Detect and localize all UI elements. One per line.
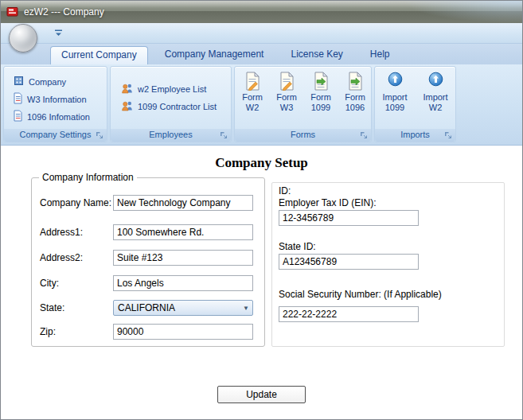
dialog-launcher-icon[interactable] [96,130,105,140]
form-1099-button[interactable]: Form 1099 [304,70,338,113]
quick-access-toolbar [1,23,522,44]
ribbon: Company W3 Information [1,64,522,146]
group-caption-company-settings: Company Settings [4,129,107,142]
button-label-line2: 1099 [385,103,404,112]
ribbon-item-label: Company [29,77,66,87]
tab-company-management[interactable]: Company Management [154,46,275,64]
button-label-line1: Form [276,92,297,102]
group-imports: Import 1099 Import W2 Imports [374,66,456,142]
button-label-line2: W2 [429,103,443,112]
group-caption-forms: Forms [235,129,371,142]
form-pencil-icon [236,70,269,92]
app-icon [6,6,19,18]
document-icon [13,92,23,106]
document-icon [13,110,23,123]
button-label-line1: Form [310,92,331,102]
qat-customize-button[interactable] [52,27,64,40]
ein-label: Employer Tax ID (EIN): [279,197,376,208]
button-label-line2: 1096 [345,103,365,112]
groupbox-legend: Company Information [39,172,137,183]
tab-current-company[interactable]: Current Company [50,46,148,64]
id-panel: ID: Employer Tax ID (EIN): State ID: Soc… [271,182,505,347]
ribbon-item-w2-employee-list[interactable]: w2 Employee List [119,82,209,96]
button-label-line2: 1099 [311,103,330,112]
people-icon [121,100,134,113]
ribbon-item-w3-information[interactable]: W3 Information [10,91,89,107]
people-icon [121,83,134,95]
office-orb-button[interactable] [9,24,37,52]
form-w3-button[interactable]: Form W3 [270,70,303,113]
state-select[interactable]: CALIFORNIA ▼ [113,300,253,316]
import-arrow-icon [416,70,455,92]
state-id-label: State ID: [279,241,316,252]
chevron-down-icon [54,28,63,39]
zip-input[interactable] [113,324,253,340]
form-pencil-icon [270,70,303,92]
ein-input[interactable] [279,210,419,226]
city-label: City: [40,278,59,289]
window-title: ezW2 --- Company [24,6,104,18]
ribbon-tab-strip: Current Company Company Management Licen… [1,44,522,64]
ribbon-item-label: 1099 Contractor List [138,102,217,111]
button-label-line1: Form [242,92,263,102]
company-information-groupbox: Company Information Company Name: Addres… [31,177,265,347]
building-icon [13,75,25,88]
ribbon-tabs: Current Company Company Management Licen… [50,46,400,64]
address1-label: Address1: [40,227,83,238]
id-heading: ID: [279,185,291,196]
ssn-input[interactable] [279,306,419,322]
ribbon-item-label: W3 Information [27,95,87,104]
form-w2-button[interactable]: Form W2 [236,70,269,113]
dialog-launcher-icon[interactable] [220,130,229,140]
city-input[interactable] [113,275,253,291]
import-w2-button[interactable]: Import W2 [416,70,455,113]
ribbon-item-company[interactable]: Company [10,74,68,89]
zip-label: Zip: [40,326,56,337]
main-content: Company Setup Company Information Compan… [1,146,522,420]
update-button[interactable]: Update [217,386,306,403]
button-label-line1: Form [345,92,365,102]
import-arrow-icon [375,70,415,92]
dialog-launcher-icon[interactable] [444,130,454,140]
ribbon-item-label: 1096 Infomation [27,112,90,122]
ribbon-item-1099-contractor-list[interactable]: 1099 Contractor List [119,99,219,114]
state-label: State: [40,302,64,313]
import-1099-button[interactable]: Import 1099 [375,70,415,113]
button-label-line2: W3 [280,103,294,112]
button-label-line1: Import [382,92,407,102]
state-id-input[interactable] [279,254,419,270]
title-bar: ezW2 --- Company [1,1,522,23]
tab-help[interactable]: Help [360,46,400,64]
page-title: Company Setup [1,155,522,171]
dialog-launcher-icon[interactable] [360,130,369,140]
company-name-input[interactable] [113,195,253,211]
app-window: ezW2 --- Company Current Company Company… [0,0,523,420]
form-arrow-icon [338,70,372,92]
address2-label: Address2: [40,252,83,263]
address2-input[interactable] [113,250,253,266]
tab-license-key[interactable]: License Key [280,46,353,64]
group-forms: Form W2 Form W3 [234,66,372,142]
group-caption-employees: Employees [111,129,231,142]
ssn-label: Social Security Number: (If Applicable) [279,289,442,300]
state-select-value: CALIFORNIA [118,302,175,313]
form-1096-button[interactable]: Form 1096 [338,70,372,113]
group-employees: w2 Employee List 1099 Contractor List Em… [110,66,232,142]
button-label-line2: W2 [246,103,260,112]
button-label-line1: Import [423,92,447,102]
group-company-settings: Company W3 Information [3,66,107,142]
chevron-down-icon: ▼ [238,305,249,312]
ribbon-item-label: w2 Employee List [138,84,206,94]
address1-input[interactable] [113,224,253,240]
form-arrow-icon [304,70,338,92]
group-caption-imports: Imports [375,129,455,142]
ribbon-item-1096-infomation[interactable]: 1096 Infomation [10,109,92,124]
company-name-label: Company Name: [40,197,111,208]
